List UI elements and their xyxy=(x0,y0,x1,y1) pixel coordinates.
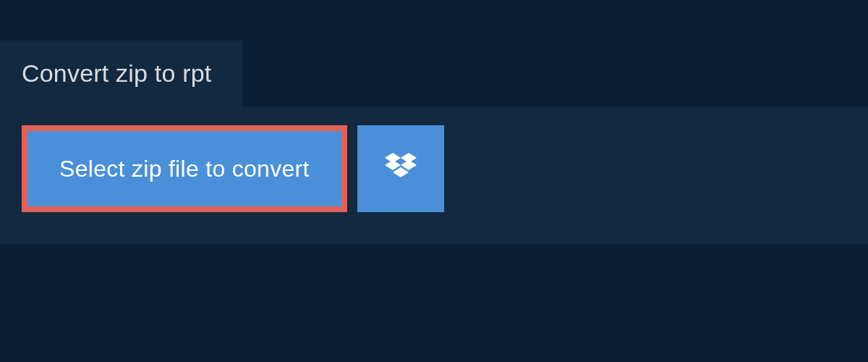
converter-tab[interactable]: Convert zip to rpt xyxy=(0,41,242,106)
select-file-button[interactable]: Select zip file to convert xyxy=(22,125,347,212)
select-file-button-label: Select zip file to convert xyxy=(59,156,310,182)
dropbox-icon xyxy=(385,153,417,185)
converter-panel: Select zip file to convert xyxy=(0,106,868,244)
converter-tab-label: Convert zip to rpt xyxy=(22,59,212,87)
dropbox-button[interactable] xyxy=(357,125,444,212)
